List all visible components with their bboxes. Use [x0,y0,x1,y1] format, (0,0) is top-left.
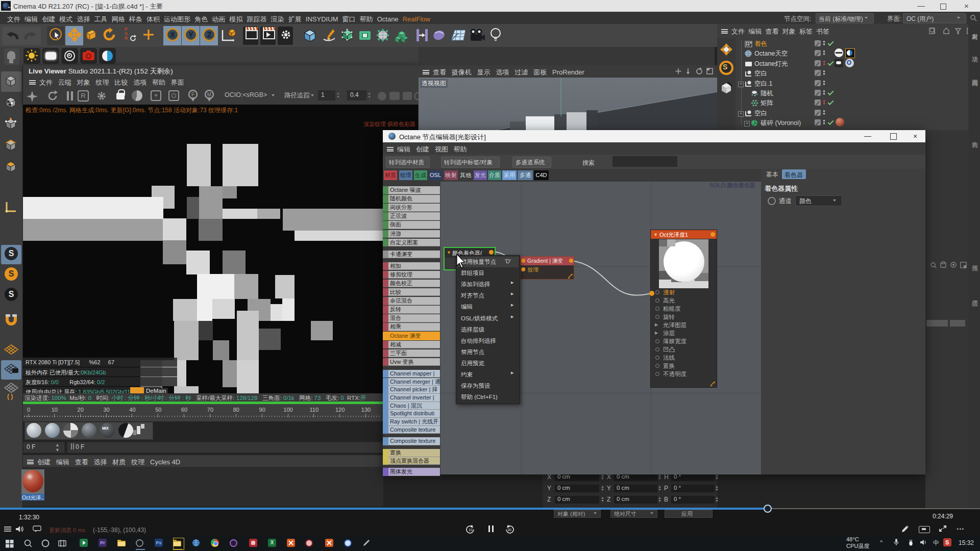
svg-text:10: 10 [469,528,473,532]
svg-text:30: 30 [507,528,511,532]
svg-text:M: M [207,92,211,97]
svg-text:F: F [191,92,194,97]
